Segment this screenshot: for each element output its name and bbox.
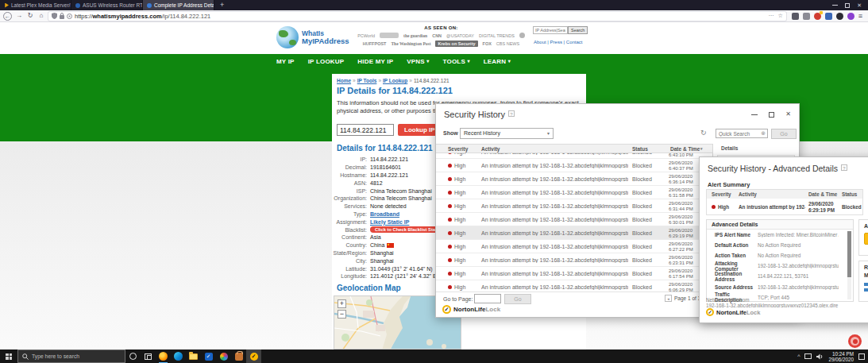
forward-button[interactable]: → [15,13,23,19]
breadcrumb-item[interactable]: 114.84.222.121 [414,78,449,83]
photos-button[interactable] [216,349,231,363]
bookmark-star-icon[interactable]: ☆ [777,13,782,19]
cortana-button[interactable] [125,349,141,363]
detail-value[interactable]: Broadband [370,211,399,217]
tracking-shield-icon[interactable] [52,13,57,19]
norton-button[interactable]: ✓ [246,349,261,363]
nav-item[interactable]: MY IP ▾ [276,58,295,65]
store-button[interactable] [231,349,246,363]
risk-link-1[interactable] [864,283,868,286]
url-field[interactable]: https://whatismyipaddress.com/ip/114.84.… [48,12,786,21]
minimize-button[interactable] [832,5,838,6]
action-button[interactable] [864,233,868,245]
nav-item[interactable]: LEARN ▾ [484,58,511,65]
breadcrumb-item[interactable]: » [409,78,412,83]
breadcrumb-item[interactable]: IP Lookup [383,78,407,83]
file-explorer-button[interactable] [186,349,201,363]
page-actions-icon[interactable]: ⋯ [768,13,773,19]
history-row[interactable]: High An intrusion attempt by 192-168-1-3… [436,253,712,267]
history-row[interactable]: High An intrusion attempt by 192-168-1-3… [436,213,712,226]
scrollbar-thumb[interactable] [847,231,851,277]
search-go-button[interactable]: Go [771,129,797,139]
maximize-button[interactable] [769,112,774,118]
clock[interactable]: 10:24 PM 29/06/2020 [828,351,854,362]
edge-button[interactable] [171,349,186,363]
reload-button[interactable]: ↻ [26,13,34,19]
zoom-in-button[interactable]: + [338,299,346,308]
nav-item[interactable]: IP LOOKUP ▾ [308,58,345,65]
col-status[interactable]: Status [632,146,648,152]
extension-icon-5[interactable] [836,13,843,20]
browser-tab[interactable]: ASUS Wireless Router RT-AC6 ✕ [71,0,143,10]
permissions-icon[interactable] [67,14,72,19]
ip-search-button[interactable]: Search [568,26,588,34]
zoom-out-button[interactable]: − [338,310,346,319]
header-links[interactable]: About | Press | Contact [534,40,582,44]
close-button[interactable]: ✕ [785,111,791,118]
history-row[interactable]: High An intrusion attempt by 192-168-1-3… [436,153,712,159]
scrollbar-track[interactable] [847,231,851,299]
firefox-button[interactable] [156,349,171,363]
nav-item[interactable]: HIDE MY IP ▾ [357,58,393,65]
nav-label: TOOLS [443,58,465,65]
network-icon[interactable] [804,353,812,359]
breadcrumb-item[interactable]: » [378,78,381,83]
browser-tab[interactable]: Latest Plex Media Server/Desi ✕ [0,0,71,10]
history-row[interactable]: High An intrusion attempt by 192-168-1-3… [436,186,712,199]
taskbar-search[interactable]: Type here to search [17,349,125,363]
nav-label: IP LOOKUP [308,58,345,65]
history-row[interactable]: High An intrusion attempt by 192-168-1-3… [436,267,712,280]
home-button[interactable]: ⌂ [37,13,45,19]
detail-value[interactable]: Likely Static IP [370,219,409,225]
minimize-button[interactable] [751,114,758,115]
start-button[interactable] [0,349,17,363]
maximize-button[interactable] [845,3,850,8]
history-row[interactable]: High An intrusion attempt by 192-168-1-3… [436,172,712,186]
adblock-hand-icon[interactable] [814,13,821,20]
breadcrumb-item[interactable]: » [353,78,356,83]
extension-icon-4[interactable] [825,13,832,20]
history-row[interactable]: High An intrusion attempt by 192-168-1-3… [436,159,712,172]
extension-icon-6[interactable] [847,13,854,20]
lock-icon[interactable] [60,13,64,19]
history-row[interactable]: High An intrusion attempt by 192-168-1-3… [436,226,712,240]
prev-page-button[interactable]: ◂ [665,295,672,302]
speaker-icon[interactable] [816,353,824,360]
col-severity[interactable]: Severity [448,146,468,152]
site-logo[interactable]: WhatIs MyIPAddress [276,26,349,48]
risk-link-2[interactable] [864,288,868,292]
breadcrumb-item[interactable]: IP Tools [357,78,377,83]
nav-item[interactable]: VPNS ▾ [407,58,429,65]
quick-search-input[interactable] [716,131,761,137]
app-button-blue[interactable]: ✓ [201,349,216,363]
extension-icon-2[interactable] [803,13,810,20]
history-row[interactable]: High An intrusion attempt by 192-168-1-3… [436,280,712,292]
col-datetime[interactable]: Date & Time [670,146,700,152]
help-icon[interactable]: ? [841,164,847,171]
task-view-button[interactable] [141,349,156,363]
history-row[interactable]: High An intrusion attempt by 192-168-1-3… [436,199,712,213]
history-row[interactable]: High An intrusion attempt by 192-168-1-3… [436,240,712,253]
lookup-ip-input[interactable] [337,124,394,136]
action-center-icon[interactable] [858,353,865,360]
back-button[interactable]: ← [3,12,12,21]
breadcrumb-item[interactable]: Home [337,78,351,83]
browser-tab[interactable]: Complete IP Address Details fo ✕ [143,0,214,10]
col-activity[interactable]: Activity [481,146,500,152]
goto-page-input[interactable] [474,294,501,303]
clear-search-icon[interactable]: ⊗ [761,130,767,137]
show-hidden-icons-button[interactable]: ^ [797,353,800,359]
help-icon[interactable]: ? [508,110,515,117]
detail-label: Latitude: [332,266,367,272]
refresh-icon[interactable]: ↻ [700,129,707,137]
close-button[interactable]: ✕ [857,2,862,8]
goto-page-go-button[interactable]: Go [504,294,531,304]
extension-icon-1[interactable] [792,13,799,20]
ip-search-input[interactable] [533,26,568,34]
hamburger-menu-icon[interactable]: ≡ [858,12,862,20]
nav-item[interactable]: TOOLS ▾ [443,58,470,65]
show-dropdown[interactable]: Recent History▾ [460,128,554,139]
record-indicator-icon[interactable] [848,334,862,348]
sort-icon[interactable]: ▾ [700,146,703,151]
new-tab-button[interactable]: + [214,0,230,10]
